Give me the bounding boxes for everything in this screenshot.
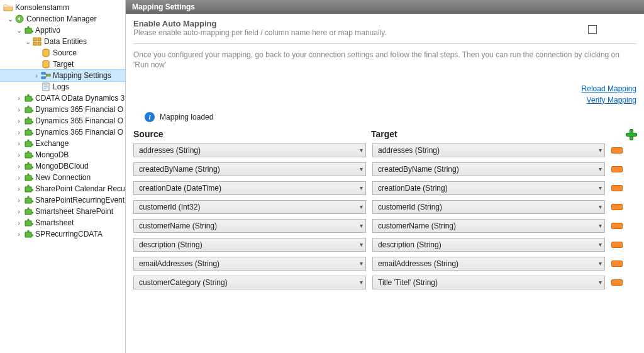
source-field-select[interactable]: description (String)▾	[133, 238, 366, 252]
tree-connection-item[interactable]: ›Smartsheet	[0, 217, 125, 228]
tree-connection-item[interactable]: ›SharePointRecurringEvent	[0, 194, 125, 206]
puzzle-icon	[23, 218, 33, 228]
expand-toggle[interactable]: ›	[14, 140, 23, 147]
tree-apptivo[interactable]: ⌄ Apptivo	[0, 25, 125, 36]
expand-toggle[interactable]: ⌄	[6, 15, 14, 23]
chevron-down-icon: ▾	[360, 184, 363, 191]
tree-mapping-settings[interactable]: › Mapping Settings	[0, 70, 125, 81]
combo-value: customerId (String)	[378, 203, 442, 211]
combo-value: creationDate (DateTime)	[139, 184, 221, 193]
folder-icon	[3, 3, 13, 13]
svg-rect-4	[38, 42, 41, 45]
remove-mapping-button[interactable]	[611, 261, 623, 267]
tree-connection-item[interactable]: ›SharePoint Calendar Recu	[0, 183, 125, 194]
tree-target[interactable]: Target	[0, 59, 125, 70]
remove-mapping-button[interactable]	[611, 185, 623, 191]
tree-label: MongoDB	[35, 150, 69, 159]
tree-connection-item[interactable]: ›MongoDB	[0, 149, 125, 160]
chevron-down-icon: ▾	[360, 147, 363, 154]
remove-mapping-button[interactable]	[611, 166, 623, 172]
expand-toggle[interactable]: ⌄	[14, 26, 23, 35]
combo-value: description (String)	[378, 240, 441, 249]
panel-title: Mapping Settings	[126, 0, 644, 14]
combo-value: creationDate (String)	[378, 184, 448, 193]
target-field-select[interactable]: customerId (String)▾	[372, 200, 605, 214]
tree-label: Logs	[53, 82, 69, 91]
expand-toggle[interactable]: ›	[14, 196, 23, 204]
tree-connection-item[interactable]: ›CDATA OData Dynamics 3	[0, 92, 125, 104]
verify-mapping-link[interactable]: Verify Mapping	[133, 94, 636, 106]
tree-label: SPRecurringCDATA	[35, 230, 103, 238]
target-field-select[interactable]: Title 'Titel' (String)▾	[372, 276, 605, 289]
tree-label: Dynamics 365 Financial O	[35, 116, 123, 125]
combo-value: createdByName (String)	[378, 165, 459, 174]
expand-toggle[interactable]: ›	[14, 185, 23, 193]
source-field-select[interactable]: creationDate (DateTime)▾	[133, 181, 366, 195]
source-field-select[interactable]: createdByName (String)▾	[133, 162, 366, 176]
tree-connection-item[interactable]: ›Dynamics 365 Financial O	[0, 115, 125, 126]
tree-logs[interactable]: Logs	[0, 81, 125, 92]
tree-connection-item[interactable]: ›Exchange	[0, 138, 125, 149]
svg-rect-3	[33, 42, 36, 45]
source-field-select[interactable]: customerName (String)▾	[133, 219, 366, 233]
config-hint: Once you configured your mapping, go bac…	[133, 50, 636, 70]
tree-label: Dynamics 365 Financial O	[35, 128, 123, 137]
source-field-select[interactable]: addresses (String)▾	[133, 143, 366, 157]
tree-root[interactable]: Konsolenstamm	[0, 2, 125, 13]
tree-connection-item[interactable]: ›SPRecurringCDATA	[0, 228, 125, 240]
tree-label: Data Entities	[44, 37, 87, 46]
db-icon	[41, 48, 51, 58]
mapping-row: description (String)▾description (String…	[133, 238, 636, 252]
chevron-down-icon: ▾	[599, 147, 602, 154]
auto-mapping-checkbox[interactable]	[588, 25, 597, 34]
expand-toggle[interactable]: ›	[14, 117, 23, 125]
target-field-select[interactable]: description (String)▾	[372, 238, 605, 252]
expand-toggle[interactable]: ›	[14, 106, 23, 113]
combo-value: Title 'Titel' (String)	[378, 278, 438, 287]
tree-source[interactable]: Source	[0, 47, 125, 59]
source-field-select[interactable]: customerId (Int32)▾	[133, 200, 366, 214]
remove-mapping-button[interactable]	[611, 242, 623, 248]
reload-mapping-link[interactable]: Reload Mapping	[133, 83, 636, 94]
expand-toggle[interactable]: ›	[14, 151, 23, 159]
expand-toggle[interactable]: ⌄	[23, 38, 32, 46]
combo-value: customerId (Int32)	[139, 203, 200, 211]
puzzle-icon	[23, 206, 33, 216]
expand-toggle[interactable]: ›	[14, 208, 23, 215]
chevron-down-icon: ▾	[599, 260, 602, 267]
tree-connection-item[interactable]: ›Dynamics 365 Financial O	[0, 104, 125, 115]
tree-data-entities[interactable]: ⌄ Data Entities	[0, 36, 125, 47]
mapping-icon	[41, 70, 51, 81]
source-field-select[interactable]: emailAddresses (String)▾	[133, 257, 366, 271]
remove-mapping-button[interactable]	[611, 279, 623, 286]
source-field-select[interactable]: customerCategory (String)▾	[133, 276, 366, 289]
expand-toggle[interactable]: ›	[14, 174, 23, 181]
expand-toggle[interactable]: ›	[14, 230, 23, 238]
puzzle-icon	[23, 127, 33, 137]
expand-toggle[interactable]: ›	[14, 219, 23, 227]
combo-value: description (String)	[139, 240, 203, 249]
tree-connection-item[interactable]: ›Smartsheet SharePoint	[0, 206, 125, 217]
remove-mapping-button[interactable]	[611, 223, 623, 229]
expand-toggle[interactable]: ›	[32, 72, 41, 79]
target-field-select[interactable]: customerName (String)▾	[372, 219, 605, 233]
remove-mapping-button[interactable]	[611, 204, 623, 210]
expand-toggle[interactable]: ›	[14, 94, 23, 102]
tree-connection-item[interactable]: ›MongoDBCloud	[0, 160, 125, 172]
expand-toggle[interactable]: ›	[14, 162, 23, 170]
tree-connection-item[interactable]: ›New Connection	[0, 172, 125, 183]
add-mapping-button[interactable]	[625, 128, 636, 140]
target-field-select[interactable]: emailAddresses (String)▾	[372, 257, 605, 271]
mapping-row: emailAddresses (String)▾emailAddresses (…	[133, 257, 636, 271]
target-field-select[interactable]: createdByName (String)▾	[372, 162, 605, 176]
target-field-select[interactable]: addresses (String)▾	[372, 143, 605, 157]
remove-mapping-button[interactable]	[611, 147, 623, 154]
expand-toggle[interactable]: ›	[14, 128, 23, 136]
tree-connection-manager[interactable]: ⌄ Connection Manager	[0, 13, 125, 25]
combo-value: customerName (String)	[139, 221, 217, 230]
tree-label: Smartsheet	[35, 218, 74, 227]
target-column-header: Target	[371, 129, 625, 139]
chevron-down-icon: ▾	[599, 279, 602, 286]
tree-connection-item[interactable]: ›Dynamics 365 Financial O	[0, 126, 125, 138]
target-field-select[interactable]: creationDate (String)▾	[372, 181, 605, 195]
